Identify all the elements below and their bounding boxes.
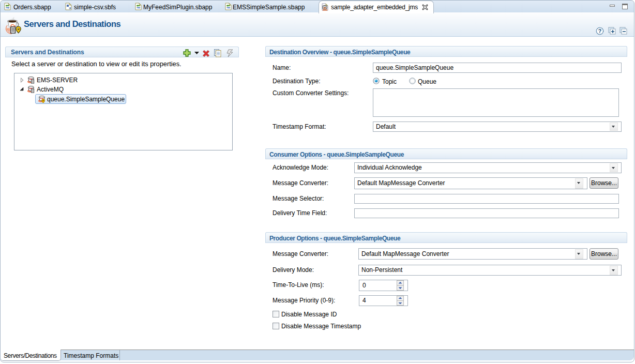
svg-text:?: ? [598,28,601,34]
